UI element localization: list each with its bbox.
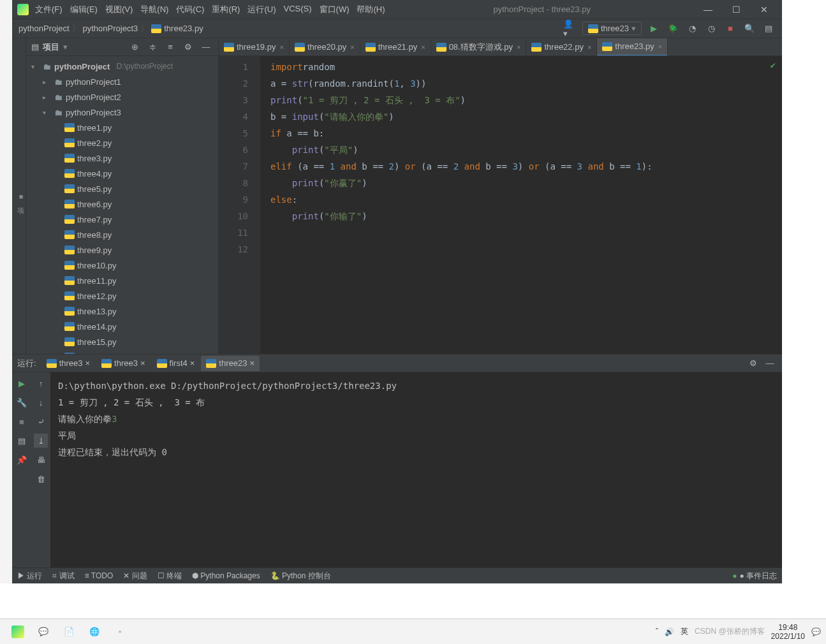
run-tab[interactable]: three23× xyxy=(201,356,260,371)
expand-icon[interactable]: ≑ xyxy=(145,40,159,54)
statusbar-item[interactable]: ⌗ 调试 xyxy=(52,571,74,582)
tree-row[interactable]: three13.py xyxy=(26,304,218,319)
run-tab[interactable]: first4× xyxy=(152,356,200,371)
close-tab-icon[interactable]: × xyxy=(279,43,283,51)
tree-row[interactable]: three6.py xyxy=(26,196,218,212)
gear-icon[interactable]: ⚙ xyxy=(181,40,195,54)
pin-button[interactable]: 📌 xyxy=(15,453,29,467)
editor-content[interactable]: importrandoma = str(random.randint(1, 3)… xyxy=(260,56,782,354)
gear-icon[interactable]: ⚙ xyxy=(746,356,760,370)
editor-tab[interactable]: three19.py× xyxy=(219,38,290,56)
inspection-ok-icon[interactable]: ✔ xyxy=(771,60,776,70)
menu-item[interactable]: 导航(N) xyxy=(136,3,172,17)
project-tree[interactable]: ▾🖿pythonProjectD:\pythonProject▸🖿pythonP… xyxy=(26,56,218,354)
tree-row[interactable]: three7.py xyxy=(26,212,218,227)
close-tab-icon[interactable]: × xyxy=(190,358,195,368)
close-tab-icon[interactable]: × xyxy=(587,43,591,51)
menu-item[interactable]: 帮助(H) xyxy=(353,3,388,17)
tree-row[interactable]: three8.py xyxy=(26,227,218,242)
breadcrumb-item[interactable]: three23.py xyxy=(164,24,203,33)
editor[interactable]: ✔ 123456789101112 importrandoma = str(ra… xyxy=(219,56,782,354)
menu-item[interactable]: 视图(V) xyxy=(101,3,136,17)
down-button[interactable]: ↓ xyxy=(34,395,48,409)
system-tray[interactable]: ˆ 🔊 英 CSDN @张桥的博客 19:48 2022/1/10 💬 xyxy=(656,623,821,641)
menu-item[interactable]: 窗口(W) xyxy=(316,3,353,17)
close-tab-icon[interactable]: × xyxy=(350,43,354,51)
statusbar-item[interactable]: 🐍 Python 控制台 xyxy=(270,571,331,582)
volume-icon[interactable]: 🔊 xyxy=(665,627,674,636)
search-everywhere-button[interactable]: 🔍 xyxy=(742,22,756,36)
editor-tab[interactable]: three22.py× xyxy=(526,38,597,56)
edge-taskbar-icon[interactable]: 🌐 xyxy=(82,622,107,641)
menu-item[interactable]: 文件(F) xyxy=(31,3,66,17)
hide-icon[interactable]: — xyxy=(199,40,213,54)
editor-tab[interactable]: three21.py× xyxy=(360,38,431,56)
up-button[interactable]: ↑ xyxy=(34,376,48,390)
tree-row[interactable]: three9.py xyxy=(26,242,218,258)
run-tab[interactable]: three3× xyxy=(41,356,95,371)
tree-row[interactable]: ▸🖿pythonProject1 xyxy=(26,74,218,89)
close-tab-icon[interactable]: × xyxy=(249,358,254,368)
maximize-button[interactable]: ☐ xyxy=(723,4,749,15)
close-tab-icon[interactable]: × xyxy=(517,43,520,51)
ide-settings-icon[interactable]: ▤ xyxy=(762,22,776,36)
breadcrumb[interactable]: pythonProject〉 pythonProject3〉 three23.p… xyxy=(18,23,203,34)
soft-wrap-button[interactable]: ⤶ xyxy=(34,414,48,428)
tree-row[interactable]: three15.py xyxy=(26,334,218,349)
breadcrumb-item[interactable]: pythonProject xyxy=(18,24,70,33)
edit-config-button[interactable]: 🔧 xyxy=(15,395,29,409)
tree-row[interactable]: ▸🖿pythonProject2 xyxy=(26,89,218,105)
left-tool-stripe[interactable]: ■ 项 xyxy=(12,38,26,354)
print-button[interactable]: 🖶 xyxy=(34,453,48,467)
tree-row[interactable]: three1.py xyxy=(26,120,218,135)
editor-tab[interactable]: three23.py× xyxy=(597,38,668,56)
user-icon[interactable]: 👤▾ xyxy=(563,22,577,36)
notifications-icon[interactable]: 💬 xyxy=(811,627,821,636)
scroll-to-end-button[interactable]: ⤓ xyxy=(34,434,48,448)
run-button[interactable]: ▶ xyxy=(647,22,661,36)
tree-row[interactable]: three3.py xyxy=(26,150,218,166)
collapse-icon[interactable]: ≡ xyxy=(163,40,177,54)
rerun-button[interactable]: ▶ xyxy=(15,376,29,390)
debug-button[interactable]: 🪲 xyxy=(666,22,680,36)
stop-button[interactable]: ■ xyxy=(723,22,737,36)
minimize-button[interactable]: — xyxy=(695,4,721,15)
pycharm-taskbar-icon[interactable] xyxy=(5,622,31,641)
hide-icon[interactable]: — xyxy=(763,356,777,370)
statusbar-item[interactable]: ⬢ Python Packages xyxy=(192,571,260,582)
statusbar-item[interactable]: ☐ 终端 xyxy=(158,571,182,582)
editor-tab[interactable]: three20.py× xyxy=(290,38,360,56)
wechat-taskbar-icon[interactable]: 💬 xyxy=(31,622,56,641)
tree-row[interactable]: ▾🖿pythonProjectD:\pythonProject xyxy=(26,59,218,74)
close-tab-icon[interactable]: × xyxy=(658,43,662,50)
tree-row[interactable]: three14.py xyxy=(26,319,218,334)
terminal-taskbar-icon[interactable]: ▪ xyxy=(107,622,133,641)
run-tab[interactable]: three3× xyxy=(96,356,150,371)
locate-icon[interactable]: ⊕ xyxy=(128,40,142,54)
tree-row[interactable]: three11.py xyxy=(26,273,218,288)
close-tab-icon[interactable]: × xyxy=(140,358,145,368)
notes-taskbar-icon[interactable]: 📄 xyxy=(56,622,82,641)
console-output[interactable]: D:\python\python.exe D:/pythonProject/py… xyxy=(50,372,782,567)
menu-item[interactable]: 编辑(E) xyxy=(66,3,101,17)
tree-row[interactable]: three5.py xyxy=(26,181,218,196)
close-tab-icon[interactable]: × xyxy=(421,43,425,51)
chevron-up-icon[interactable]: ˆ xyxy=(656,627,658,636)
stop-button[interactable]: ■ xyxy=(15,414,29,428)
menu-item[interactable]: 重构(R) xyxy=(208,3,244,17)
close-tab-icon[interactable]: × xyxy=(85,358,91,368)
tree-row[interactable]: three16.py xyxy=(26,349,218,354)
statusbar-item[interactable]: ≡ TODO xyxy=(85,571,114,582)
tree-row[interactable]: ▾🖿pythonProject3 xyxy=(26,105,218,120)
clear-button[interactable]: 🗑 xyxy=(34,472,48,486)
profile-button[interactable]: ◷ xyxy=(704,22,718,36)
statusbar-item[interactable]: ▶ 运行 xyxy=(17,571,42,582)
menu-item[interactable]: 运行(U) xyxy=(244,3,279,17)
breadcrumb-item[interactable]: pythonProject3 xyxy=(83,24,138,33)
layout-button[interactable]: ▤ xyxy=(15,434,29,448)
menu-item[interactable]: 代码(C) xyxy=(172,3,208,17)
menu-item[interactable]: VCS(S) xyxy=(279,3,315,17)
tree-row[interactable]: three2.py xyxy=(26,135,218,150)
ime-icon[interactable]: 英 xyxy=(681,626,688,637)
coverage-button[interactable]: ◔ xyxy=(685,22,699,36)
